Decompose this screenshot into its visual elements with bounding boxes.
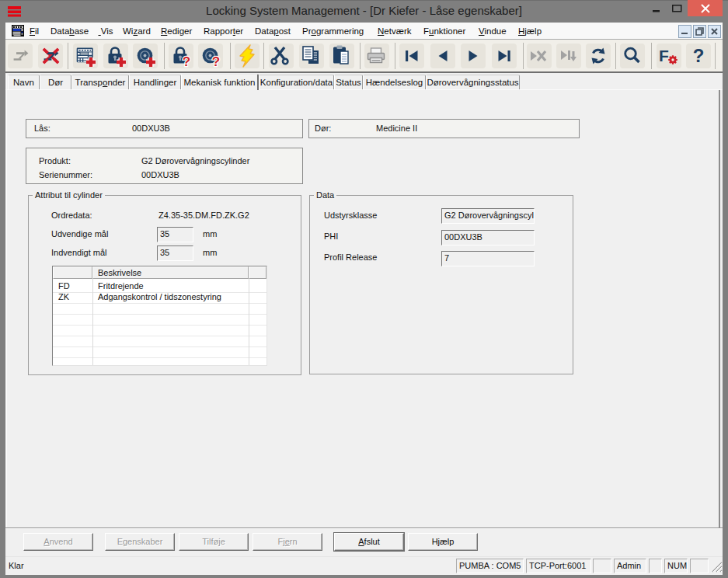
svg-text:F: F <box>659 47 669 64</box>
svg-text:?: ? <box>212 54 220 68</box>
svg-text:?: ? <box>183 54 190 68</box>
svg-text:?: ? <box>693 45 705 66</box>
